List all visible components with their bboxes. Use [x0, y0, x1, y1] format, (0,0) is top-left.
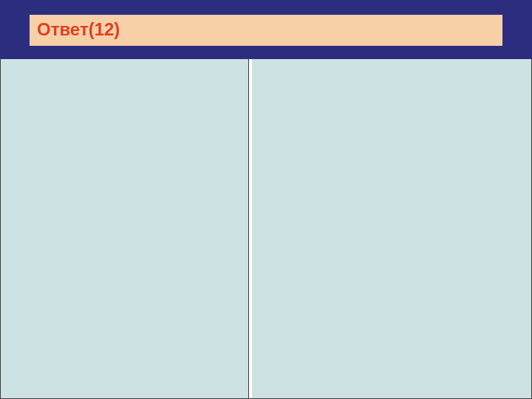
left-panel: [0, 59, 249, 398]
header-bar: Ответ(12): [0, 0, 532, 59]
page-title: Ответ(12): [37, 19, 120, 39]
content-area: [0, 59, 532, 399]
title-box: Ответ(12): [30, 15, 502, 46]
right-panel: [252, 59, 532, 398]
